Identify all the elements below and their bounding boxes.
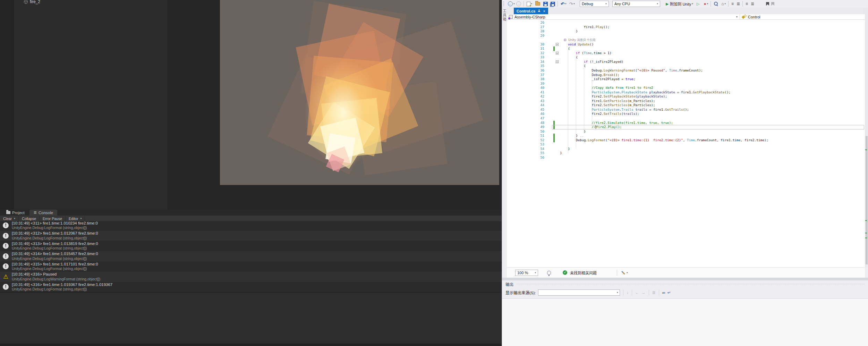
- start-debug-icon[interactable]: ▶: [666, 2, 669, 6]
- close-icon[interactable]: ×: [543, 9, 545, 13]
- tab-project[interactable]: Project: [2, 210, 29, 216]
- decrease-indent-button[interactable]: ≡: [746, 2, 748, 6]
- editor-scrollbar[interactable]: [865, 8, 868, 267]
- code-line[interactable]: 43 fire1.GetParticles(m_Particles);: [507, 99, 865, 103]
- word-wrap-icon[interactable]: ab: [662, 291, 665, 294]
- code-line[interactable]: 34 if (!_isFire2Played): [507, 60, 865, 64]
- console-entry[interactable]: ![10:31:49] <316> fire1.time:1.019367 fi…: [0, 282, 502, 292]
- chevron-down-icon[interactable]: ▾: [724, 2, 726, 5]
- show-whitespace-button[interactable]: ≡: [731, 2, 734, 6]
- chevron-down-icon[interactable]: ▾: [565, 2, 567, 5]
- code-line[interactable]: 37 Debug.Break();: [507, 73, 865, 77]
- collapse-button[interactable]: Collapse: [19, 216, 40, 221]
- code-line[interactable]: 27 fire1.Play();: [507, 25, 865, 29]
- console-entry[interactable]: ![10:31:49] <311> fire1.time:1.010234 fi…: [0, 222, 502, 231]
- toolbar-grip[interactable]: [503, 1, 504, 7]
- toolbox-vertical-tab[interactable]: 工具箱: [502, 9, 507, 22]
- code-line[interactable]: 46 fire2.SetTrails(trails);: [507, 112, 865, 116]
- console-entry[interactable]: ⚠[10:31:49] <316> PausedUnityEngine.Debu…: [0, 272, 502, 282]
- undo-button[interactable]: ↶: [561, 2, 564, 6]
- code-line[interactable]: 29: [507, 34, 865, 38]
- chevron-down-icon[interactable]: ▾: [513, 2, 515, 5]
- line-numbers-button[interactable]: ≣: [737, 2, 740, 6]
- fold-collapse-icon[interactable]: [556, 52, 559, 54]
- code-cleanup-icon[interactable]: [621, 271, 625, 275]
- code-line[interactable]: 30 void Update(): [507, 42, 865, 47]
- code-line[interactable]: 26: [507, 20, 865, 25]
- error-pause-button[interactable]: Error Pause: [40, 216, 66, 221]
- chevron-down-icon[interactable]: ▾: [14, 217, 15, 220]
- code-line[interactable]: 54 }: [507, 147, 865, 151]
- code-line[interactable]: 51 } ..: [507, 134, 865, 138]
- platform-dropdown[interactable]: Any CPU ▾: [612, 1, 660, 7]
- configuration-dropdown[interactable]: Debug ▾: [580, 1, 609, 7]
- code-line[interactable]: 38 _isFire2Played = true;: [507, 77, 865, 82]
- bookmark-icon[interactable]: [766, 2, 769, 6]
- scrollbar-thumb[interactable]: [866, 136, 868, 264]
- bookmark-outline-icon[interactable]: [771, 2, 774, 6]
- chevron-down-icon[interactable]: ▾: [707, 2, 708, 5]
- code-line[interactable]: 36 Debug.LogWarningFormat("<{0}> Paused"…: [507, 68, 865, 73]
- console-entry[interactable]: ![10:31:49] <313> fire1.time:1.013819 fi…: [0, 241, 502, 251]
- editor-dropdown[interactable]: Editor ▾: [66, 216, 85, 221]
- new-file-button[interactable]: [527, 2, 530, 6]
- breadcrumb-project-dropdown[interactable]: Assembly-CSharp ▾: [507, 14, 740, 19]
- start-without-debug-icon[interactable]: ▷: [697, 2, 699, 6]
- code-line[interactable]: 55}: [507, 151, 865, 155]
- chevron-down-icon[interactable]: ▾: [573, 2, 575, 5]
- codelens-row[interactable]: Unity 消息|0 个引用: [507, 38, 865, 42]
- code-line[interactable]: 35 {: [507, 64, 865, 68]
- chevron-down-icon[interactable]: ▾: [627, 271, 628, 274]
- hierarchy-item-fire2[interactable]: fire_2: [24, 0, 40, 5]
- code-line[interactable]: 33 {: [507, 55, 865, 60]
- attach-to-unity-button[interactable]: 附加到 Unity: [670, 1, 691, 7]
- increase-indent-button[interactable]: ≣: [751, 2, 754, 6]
- save-button[interactable]: [543, 2, 548, 6]
- output-content[interactable]: [502, 298, 868, 346]
- word-wrap-return-icon[interactable]: ↵: [667, 290, 671, 295]
- save-all-button[interactable]: [551, 2, 555, 6]
- navigate-home-button[interactable]: ⌂: [721, 2, 724, 6]
- console-entry[interactable]: ![10:31:49] <314> fire1.time:1.015457 fi…: [0, 251, 502, 262]
- code-line[interactable]: 49 //fire2.Play();: [507, 125, 865, 129]
- code-line[interactable]: 28 }: [507, 29, 865, 34]
- clear-button[interactable]: Clear ▾: [0, 216, 19, 221]
- code-line[interactable]: 47: [507, 116, 865, 121]
- code-line[interactable]: 40 //Copy dafa from fire1 to fire2: [507, 86, 865, 90]
- code-line[interactable]: 45 ParticleSystem.Trails trails = fire1.…: [507, 108, 865, 112]
- code-line[interactable]: 56: [507, 155, 865, 160]
- fold-collapse-icon[interactable]: [556, 60, 559, 63]
- breakpoint-icon[interactable]: ●: [704, 1, 706, 6]
- find-in-files-button[interactable]: [714, 2, 718, 6]
- panel-splitter[interactable]: [502, 278, 868, 280]
- clear-all-icon[interactable]: ≣: [652, 290, 656, 295]
- code-editor[interactable]: 2627 fire1.Play();28 }29Unity 消息|0 个引用30…: [507, 20, 865, 267]
- code-line[interactable]: 52 Debug.LogFormat("<{0}> fire1.time:{1}…: [507, 138, 865, 143]
- suggestion-lightbulb-icon[interactable]: [547, 271, 551, 275]
- fold-collapse-icon[interactable]: [556, 43, 559, 46]
- navigate-back-button[interactable]: ←: [508, 1, 513, 6]
- console-entry[interactable]: ![10:31:49] <312> fire1.time:1.012067 fi…: [0, 231, 502, 241]
- panel-drag-texture[interactable]: [516, 283, 865, 285]
- code-line[interactable]: 41 ParticleSystem.PlaybackState playback…: [507, 90, 865, 95]
- zoom-dropdown[interactable]: 100 % ▾: [515, 270, 538, 276]
- code-line[interactable]: 48 //fire2.Simulate(fire1.time, true, tr…: [507, 121, 865, 125]
- code-line[interactable]: 42 fire2.SetPlaybackState(playbackState)…: [507, 94, 865, 99]
- open-folder-button[interactable]: [535, 2, 540, 6]
- output-source-dropdown[interactable]: ▾: [538, 289, 620, 296]
- code-line[interactable]: 44 fire2.SetParticles(m_Particles);: [507, 103, 865, 108]
- find-message-icon[interactable]: ↓: [627, 290, 629, 295]
- code-line[interactable]: 39: [507, 82, 865, 86]
- codelens-text[interactable]: Unity 消息|0 个引用: [568, 38, 596, 42]
- previous-message-icon[interactable]: ←: [635, 290, 639, 295]
- tab-control-cs[interactable]: Control.cs ×: [514, 8, 548, 14]
- code-line[interactable]: 50 }: [507, 129, 865, 134]
- breadcrumb-type-dropdown[interactable]: Control: [740, 14, 762, 19]
- redo-button[interactable]: ↷: [569, 2, 573, 6]
- tab-console[interactable]: ≣ Console: [29, 210, 57, 216]
- pin-icon[interactable]: [538, 9, 541, 12]
- chevron-down-icon[interactable]: ▾: [692, 2, 693, 5]
- navigate-forward-button[interactable]: →: [516, 1, 521, 6]
- code-line[interactable]: 53: [507, 142, 865, 147]
- code-line[interactable]: 31 {: [507, 47, 865, 51]
